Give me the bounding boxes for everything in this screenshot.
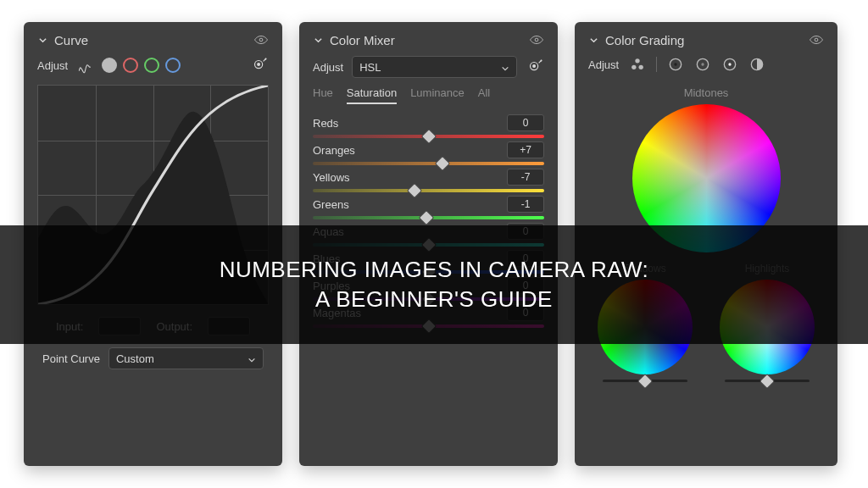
tab-all[interactable]: All	[478, 86, 490, 104]
channel-blue-dot[interactable]	[165, 58, 181, 73]
eye-icon[interactable]	[253, 32, 269, 47]
channel-green-dot[interactable]	[144, 58, 159, 73]
slider-label: Reds	[313, 117, 338, 130]
slider-label: Oranges	[313, 144, 355, 157]
svg-point-15	[728, 63, 731, 65]
svg-point-5	[533, 65, 536, 68]
slider-value[interactable]: +7	[507, 141, 544, 158]
highlights-wheel-icon[interactable]	[721, 56, 738, 73]
slider-track[interactable]	[313, 216, 544, 219]
svg-point-3	[535, 38, 538, 42]
svg-point-9	[639, 65, 643, 69]
eye-icon[interactable]	[529, 32, 544, 47]
chevron-down-icon	[501, 63, 509, 71]
svg-point-6	[815, 38, 818, 42]
grading-adjust-label: Adjust	[588, 58, 619, 71]
targeted-adjust-icon[interactable]	[250, 56, 269, 75]
slider-row: Reds0	[313, 114, 544, 138]
svg-point-8	[632, 65, 636, 69]
overlay-line2: A Beginner's Guide	[315, 286, 553, 313]
svg-point-13	[701, 63, 704, 65]
mixer-mode-select[interactable]: HSL	[352, 56, 517, 78]
tab-luminance[interactable]: Luminance	[410, 86, 465, 104]
three-way-icon[interactable]	[629, 56, 646, 73]
tab-saturation[interactable]: Saturation	[347, 86, 397, 104]
slider-label: Yellows	[313, 171, 350, 184]
title-overlay: Numbering Images in Camera Raw: A Beginn…	[0, 225, 868, 344]
midtones-label: Midtones	[588, 86, 824, 99]
slider-row: Oranges+7	[313, 141, 544, 165]
chevron-down-icon[interactable]	[313, 35, 323, 45]
slider-row: Yellows-7	[313, 169, 544, 192]
mixer-adjust-label: Adjust	[313, 61, 343, 74]
slider-label: Greens	[313, 198, 349, 211]
slider-value[interactable]: 0	[507, 114, 544, 131]
slider-value[interactable]: -7	[507, 169, 544, 186]
slider-value[interactable]: -1	[507, 196, 544, 213]
svg-point-0	[259, 38, 263, 42]
eye-icon[interactable]	[809, 32, 824, 47]
curve-title: Curve	[54, 33, 88, 47]
slider-row: Greens-1	[313, 196, 544, 219]
global-wheel-icon[interactable]	[748, 56, 765, 73]
svg-point-11	[674, 63, 676, 65]
parametric-icon[interactable]	[76, 57, 93, 74]
midtones-wheel-icon[interactable]	[694, 56, 711, 73]
slider-track[interactable]	[313, 189, 544, 192]
mixer-title: Color Mixer	[330, 33, 395, 47]
mixer-tabs: Hue Saturation Luminance All	[313, 86, 544, 104]
shadows-lum-slider[interactable]	[603, 380, 687, 382]
slider-track[interactable]	[313, 162, 544, 165]
targeted-adjust-icon[interactable]	[526, 58, 544, 76]
highlights-lum-slider[interactable]	[725, 380, 810, 382]
svg-point-7	[635, 58, 639, 63]
svg-point-2	[258, 64, 260, 66]
channel-all-dot[interactable]	[102, 58, 117, 73]
chevron-down-icon	[248, 354, 256, 363]
channel-red-dot[interactable]	[123, 58, 138, 73]
tab-hue[interactable]: Hue	[313, 86, 333, 104]
chevron-down-icon[interactable]	[588, 35, 598, 45]
shadows-wheel-icon[interactable]	[667, 56, 684, 73]
point-curve-select[interactable]: Custom	[108, 347, 264, 369]
overlay-line1: Numbering Images in Camera Raw:	[220, 257, 649, 283]
point-curve-label: Point Curve	[42, 352, 100, 365]
channel-dots	[102, 58, 181, 73]
slider-track[interactable]	[313, 135, 544, 138]
curve-adjust-label: Adjust	[37, 59, 68, 72]
chevron-down-icon[interactable]	[37, 35, 47, 45]
grading-title: Color Grading	[605, 33, 684, 47]
